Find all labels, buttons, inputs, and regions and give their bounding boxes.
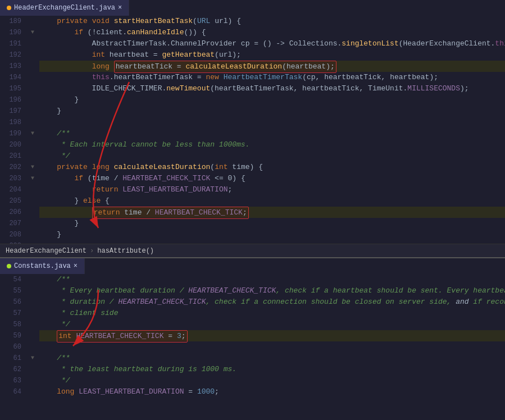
code-line-54: /** <box>39 274 505 285</box>
lower-line-numbers: 54 55 56 57 58 59 60 61 62 63 64 <box>0 274 28 420</box>
code-line-191: AbstractTimerTask.ChannelProvider cp = (… <box>39 38 505 49</box>
editor-container: HeaderExchangeClient.java × 189 190 191 … <box>0 0 505 420</box>
code-line-64: long LEAST_HEARTBEAT_DURATION = 1000; <box>39 386 505 398</box>
code-line-192: int heartbeat = getHeartbeat(url); <box>39 49 505 61</box>
code-line-59: int HEARTBEAT_CHECK_TICK = 3; <box>39 330 505 341</box>
lower-tab-filename: Constants.java <box>14 262 71 270</box>
code-line-60 <box>39 341 505 353</box>
code-line-56: * duration / HEARTBEAT_CHECK_TICK, check… <box>39 296 505 308</box>
code-line-206: return time / HEARTBEAT_CHECK_TICK; <box>39 207 505 218</box>
code-line-193: long heartbeatTick = calculateLeastDurat… <box>39 61 505 72</box>
lower-tab-close[interactable]: × <box>74 262 78 270</box>
code-line-55: * Every heartbeat duration / HEARTBEAT_C… <box>39 285 505 296</box>
lower-tab-bar: Constants.java × <box>0 258 505 274</box>
code-line-196: } <box>39 94 505 106</box>
lower-tab-dot <box>7 264 11 268</box>
code-line-203: if (time / HEARTBEAT_CHECK_TICK <= 0) { <box>39 173 505 184</box>
breadcrumb-class: HeaderExchangeClient <box>6 247 87 255</box>
lower-file-section: Constants.java × 54 55 56 57 58 59 60 61… <box>0 258 505 420</box>
breadcrumb-sep: › <box>90 247 94 255</box>
code-line-197: } <box>39 106 505 117</box>
upper-code-wrapper: 189 190 191 192 193 194 195 196 197 198 … <box>0 16 505 257</box>
code-line-61: /** <box>39 353 505 364</box>
code-line-205: } else { <box>39 195 505 207</box>
code-line-57: * client side <box>39 308 505 319</box>
code-line-209 <box>39 240 505 244</box>
code-line-202: private long calculateLeastDuration(int … <box>39 162 505 173</box>
lower-code-wrapper: 54 55 56 57 58 59 60 61 62 63 64 <box>0 274 505 420</box>
upper-file-tab[interactable]: HeaderExchangeClient.java × <box>0 0 129 16</box>
lower-fold-gutter: ▼ <box>28 274 37 420</box>
code-line-194: this.heartBeatTimerTask = new HeartbeatT… <box>39 72 505 83</box>
code-line-199: /** <box>39 128 505 139</box>
upper-tab-bar: HeaderExchangeClient.java × <box>0 0 505 16</box>
upper-file-section: HeaderExchangeClient.java × 189 190 191 … <box>0 0 505 258</box>
upper-fold-gutter: ▼ ▼ ▼ ▼ <box>28 16 37 244</box>
upper-line-numbers: 189 190 191 192 193 194 195 196 197 198 … <box>0 16 28 244</box>
breadcrumb-method: hasAttribute() <box>97 247 154 255</box>
code-line-201: */ <box>39 150 505 162</box>
code-line-200: * Each interval cannot be less than 1000… <box>39 139 505 150</box>
upper-code-lines: private void startHeartBeatTask(URL url)… <box>37 16 505 244</box>
code-line-189: private void startHeartBeatTask(URL url)… <box>39 16 505 27</box>
code-line-195: IDLE_CHECK_TIMER.newTimeout(heartBeatTim… <box>39 83 505 94</box>
code-line-190: if (!client.canHandleIdle()) { <box>39 27 505 38</box>
upper-breadcrumb: HeaderExchangeClient › hasAttribute() <box>0 244 505 257</box>
code-line-208: } <box>39 229 505 240</box>
code-line-58: */ <box>39 319 505 330</box>
code-line-198 <box>39 117 505 128</box>
lower-code-content: 54 55 56 57 58 59 60 61 62 63 64 <box>0 274 505 420</box>
tab-status-dot <box>7 6 11 10</box>
code-line-207: } <box>39 218 505 229</box>
code-line-62: * the least heartbeat during is 1000 ms. <box>39 364 505 375</box>
lower-code-lines: /** * Every heartbeat duration / HEARTBE… <box>37 274 505 420</box>
code-line-63: */ <box>39 375 505 386</box>
lower-file-tab[interactable]: Constants.java × <box>0 258 85 274</box>
upper-tab-close[interactable]: × <box>118 4 122 12</box>
upper-tab-filename: HeaderExchangeClient.java <box>14 4 115 12</box>
upper-code-content: 189 190 191 192 193 194 195 196 197 198 … <box>0 16 505 244</box>
code-line-204: return LEAST_HEARTBEAT_DURATION; <box>39 184 505 195</box>
